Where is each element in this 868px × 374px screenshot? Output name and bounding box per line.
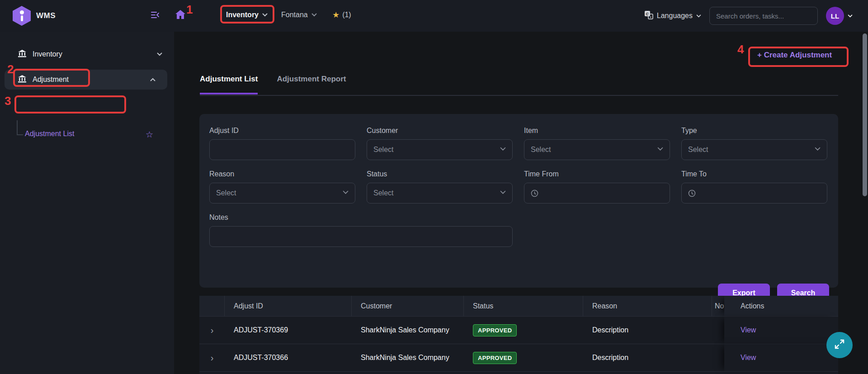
sidebar-item-label: Inventory <box>33 50 151 58</box>
cell-customer: SharkNinja Sales Company <box>352 344 464 371</box>
customer-select[interactable]: Select <box>367 139 513 160</box>
annotation-number-3: 3 <box>5 94 11 108</box>
select-placeholder: Select <box>216 189 236 197</box>
annotation-number-4: 4 <box>737 43 744 57</box>
chevron-up-icon <box>150 78 156 81</box>
cell-reason: Description <box>583 344 712 371</box>
annotation-box-3 <box>14 95 126 114</box>
filter-reason: Reason Select <box>209 170 355 204</box>
adjustment-table: Adjust ID Customer Status Reason No Acti… <box>199 296 838 374</box>
item-select[interactable]: Select <box>524 139 670 160</box>
sidebar-collapse-icon[interactable] <box>151 11 160 21</box>
filter-adjust-id: Adjust ID <box>209 127 355 160</box>
chevron-down-icon <box>157 52 162 56</box>
avatar: LL <box>826 7 844 25</box>
select-placeholder: Select <box>373 189 393 197</box>
languages-dropdown[interactable]: G x Languages <box>644 10 701 21</box>
chevron-down-icon <box>500 147 506 151</box>
column-header-actions: Actions <box>724 296 838 316</box>
warehouse-dropdown-label: Fontana <box>281 11 308 19</box>
expand-column-header <box>199 296 225 316</box>
view-link[interactable]: View <box>741 326 756 334</box>
column-header-adjust-id: Adjust ID <box>225 296 352 316</box>
tab-adjustment-list[interactable]: Adjustment List <box>200 75 258 95</box>
column-header-notes-truncated: No <box>712 296 724 316</box>
languages-label: Languages <box>657 12 693 20</box>
app-header: WMS Inventory Fontana ★ (1) G <box>0 0 868 32</box>
notes-input[interactable] <box>216 233 506 241</box>
brand[interactable]: WMS <box>13 6 139 26</box>
notes-label: Notes <box>209 213 513 222</box>
adjust-id-input[interactable] <box>216 146 349 154</box>
star-icon: ★ <box>332 10 340 20</box>
time-to-input[interactable] <box>681 183 827 204</box>
tab-divider <box>200 95 838 96</box>
cell-notes-truncated <box>712 317 724 344</box>
annotation-number-1: 1 <box>186 3 193 17</box>
chevron-down-icon <box>815 147 821 151</box>
status-badge: APPROVED <box>473 352 517 364</box>
filter-notes: Notes <box>209 213 513 247</box>
user-menu[interactable]: LL <box>826 7 853 25</box>
svg-text:x: x <box>650 15 651 19</box>
expand-icon <box>834 339 845 351</box>
table-header-row: Adjust ID Customer Status Reason No Acti… <box>199 296 838 317</box>
annotation-box-4 <box>748 47 849 67</box>
filter-panel: Adjust ID Customer Select Item Select <box>199 114 838 288</box>
column-header-reason: Reason <box>583 296 712 316</box>
time-from-input[interactable] <box>524 183 670 204</box>
row-expand-icon[interactable]: › <box>211 326 214 335</box>
adjust-id-label: Adjust ID <box>209 127 355 135</box>
tab-adjustment-report[interactable]: Adjustment Report <box>277 75 346 95</box>
translate-icon: G x <box>644 10 653 21</box>
clock-icon <box>531 189 538 197</box>
reason-label: Reason <box>209 170 355 178</box>
table-row: › ADJUST-370369 SharkNinja Sales Company… <box>199 317 838 344</box>
select-placeholder: Select <box>373 146 393 154</box>
cell-adjust-id: ADJUST-370369 <box>225 317 352 344</box>
global-search-input[interactable] <box>709 7 818 25</box>
main-content: + Create Adjustment Adjustment List Adju… <box>174 32 868 374</box>
customer-label: Customer <box>367 127 513 135</box>
status-label: Status <box>367 170 513 178</box>
expand-fullscreen-button[interactable] <box>826 332 853 358</box>
view-link[interactable]: View <box>741 354 756 362</box>
cell-reason: Description <box>583 317 712 344</box>
favorites-indicator[interactable]: ★ (1) <box>332 10 351 20</box>
annotation-box-1 <box>220 5 274 24</box>
reason-select[interactable]: Select <box>209 183 355 204</box>
select-placeholder: Select <box>531 146 551 154</box>
chevron-down-icon <box>500 190 506 194</box>
chevron-down-icon <box>657 147 663 151</box>
type-select[interactable]: Select <box>681 139 827 160</box>
status-select[interactable]: Select <box>367 183 513 204</box>
filter-type: Type Select <box>681 127 827 160</box>
cell-customer: SharkNinja Sales Company <box>352 317 464 344</box>
favorites-count: (1) <box>342 11 351 19</box>
sidebar-item-adjustment-list[interactable]: Adjustment List <box>25 130 160 138</box>
table-row: › ADJUST-370366 SharkNinja Sales Company… <box>199 344 838 372</box>
home-icon[interactable] <box>175 10 185 21</box>
filter-time-to: Time To <box>681 170 827 204</box>
column-header-customer: Customer <box>352 296 464 316</box>
time-to-label: Time To <box>681 170 827 178</box>
wms-logo-icon <box>13 6 31 26</box>
chevron-down-icon <box>311 13 317 17</box>
status-badge: APPROVED <box>473 324 517 336</box>
sidebar-item-inventory[interactable]: Inventory <box>0 44 174 64</box>
warehouse-dropdown[interactable]: Fontana <box>281 11 317 19</box>
vertical-scrollbar[interactable] <box>863 33 867 196</box>
row-expand-icon[interactable]: › <box>211 353 214 362</box>
item-label: Item <box>524 127 670 135</box>
chevron-down-icon <box>343 190 349 194</box>
chevron-down-icon <box>696 14 701 18</box>
tab-bar: Adjustment List Adjustment Report <box>200 75 346 95</box>
tree-connector <box>17 134 23 135</box>
annotation-box-2 <box>13 69 90 87</box>
column-header-status: Status <box>464 296 583 316</box>
select-placeholder: Select <box>688 146 708 154</box>
time-from-label: Time From <box>524 170 670 178</box>
favorite-star-icon[interactable]: ☆ <box>146 129 153 140</box>
filter-customer: Customer Select <box>367 127 513 160</box>
clock-icon <box>688 189 696 197</box>
